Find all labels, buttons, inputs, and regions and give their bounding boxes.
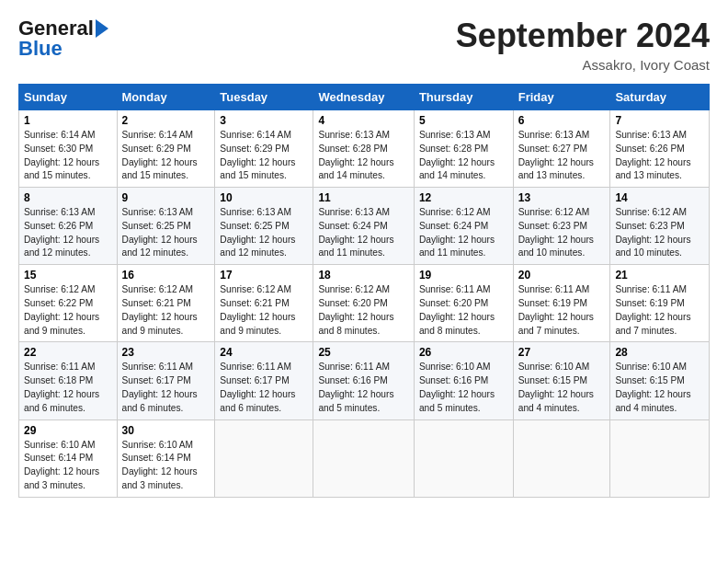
day-number: 18 xyxy=(318,269,408,282)
table-row: 15 Sunrise: 6:12 AMSunset: 6:22 PMDaylig… xyxy=(19,265,118,342)
day-detail: Sunrise: 6:10 AMSunset: 6:14 PMDaylight:… xyxy=(24,440,99,490)
table-row: 5 Sunrise: 6:13 AMSunset: 6:28 PMDayligh… xyxy=(414,110,513,188)
day-number: 17 xyxy=(220,269,308,282)
table-row: 28 Sunrise: 6:10 AMSunset: 6:15 PMDaylig… xyxy=(610,342,710,419)
day-detail: Sunrise: 6:13 AMSunset: 6:28 PMDaylight:… xyxy=(318,130,393,180)
calendar-table: Sunday Monday Tuesday Wednesday Thursday… xyxy=(18,84,710,498)
day-number: 26 xyxy=(419,346,508,359)
day-number: 16 xyxy=(122,269,210,282)
day-detail: Sunrise: 6:10 AMSunset: 6:15 PMDaylight:… xyxy=(518,362,594,412)
day-number: 9 xyxy=(122,191,210,204)
day-detail: Sunrise: 6:13 AMSunset: 6:26 PMDaylight:… xyxy=(24,207,99,258)
table-row: 10 Sunrise: 6:13 AMSunset: 6:25 PMDaylig… xyxy=(215,188,313,265)
day-number: 3 xyxy=(220,114,308,127)
calendar-week-row: 8 Sunrise: 6:13 AMSunset: 6:26 PMDayligh… xyxy=(19,188,710,265)
table-row xyxy=(610,419,710,497)
table-row: 26 Sunrise: 6:10 AMSunset: 6:16 PMDaylig… xyxy=(414,342,513,419)
day-detail: Sunrise: 6:12 AMSunset: 6:23 PMDaylight:… xyxy=(518,207,594,258)
table-row: 30 Sunrise: 6:10 AMSunset: 6:14 PMDaylig… xyxy=(117,419,215,497)
calendar-week-row: 15 Sunrise: 6:12 AMSunset: 6:22 PMDaylig… xyxy=(19,265,710,342)
table-row: 17 Sunrise: 6:12 AMSunset: 6:21 PMDaylig… xyxy=(215,265,313,342)
day-number: 28 xyxy=(615,346,704,359)
table-row: 21 Sunrise: 6:11 AMSunset: 6:19 PMDaylig… xyxy=(610,265,710,342)
logo-arrow-icon xyxy=(96,19,108,38)
day-detail: Sunrise: 6:14 AMSunset: 6:29 PMDaylight:… xyxy=(220,130,295,180)
day-detail: Sunrise: 6:13 AMSunset: 6:26 PMDaylight:… xyxy=(615,130,690,180)
table-row: 8 Sunrise: 6:13 AMSunset: 6:26 PMDayligh… xyxy=(19,188,118,265)
table-row: 12 Sunrise: 6:12 AMSunset: 6:24 PMDaylig… xyxy=(414,188,513,265)
location-subtitle: Assakro, Ivory Coast xyxy=(456,57,710,73)
day-number: 20 xyxy=(518,269,606,282)
col-friday: Friday xyxy=(513,85,610,110)
col-monday: Monday xyxy=(117,85,215,110)
day-number: 7 xyxy=(615,114,704,127)
day-number: 27 xyxy=(518,346,606,359)
day-detail: Sunrise: 6:11 AMSunset: 6:17 PMDaylight:… xyxy=(220,362,295,412)
day-number: 1 xyxy=(24,114,112,127)
day-detail: Sunrise: 6:10 AMSunset: 6:15 PMDaylight:… xyxy=(615,362,690,412)
calendar-week-row: 1 Sunrise: 6:14 AMSunset: 6:30 PMDayligh… xyxy=(19,110,710,188)
header: General Blue September 2024 Assakro, Ivo… xyxy=(18,17,710,73)
table-row xyxy=(313,419,414,497)
table-row: 22 Sunrise: 6:11 AMSunset: 6:18 PMDaylig… xyxy=(19,342,118,419)
day-number: 29 xyxy=(24,424,112,437)
col-tuesday: Tuesday xyxy=(215,85,313,110)
table-row: 25 Sunrise: 6:11 AMSunset: 6:16 PMDaylig… xyxy=(313,342,414,419)
day-number: 6 xyxy=(518,114,606,127)
day-detail: Sunrise: 6:10 AMSunset: 6:14 PMDaylight:… xyxy=(122,440,198,490)
day-detail: Sunrise: 6:11 AMSunset: 6:20 PMDaylight:… xyxy=(419,284,495,335)
day-number: 24 xyxy=(220,346,308,359)
calendar-week-row: 22 Sunrise: 6:11 AMSunset: 6:18 PMDaylig… xyxy=(19,342,710,419)
table-row xyxy=(215,419,313,497)
day-number: 19 xyxy=(419,269,508,282)
table-row: 20 Sunrise: 6:11 AMSunset: 6:19 PMDaylig… xyxy=(513,265,610,342)
day-detail: Sunrise: 6:12 AMSunset: 6:23 PMDaylight:… xyxy=(615,207,690,258)
table-row xyxy=(513,419,610,497)
day-number: 2 xyxy=(122,114,210,127)
day-number: 4 xyxy=(318,114,408,127)
table-row: 16 Sunrise: 6:12 AMSunset: 6:21 PMDaylig… xyxy=(117,265,215,342)
day-number: 15 xyxy=(24,269,112,282)
day-detail: Sunrise: 6:13 AMSunset: 6:27 PMDaylight:… xyxy=(518,130,594,180)
day-detail: Sunrise: 6:13 AMSunset: 6:25 PMDaylight:… xyxy=(122,207,198,258)
logo-blue: Blue xyxy=(18,37,108,61)
day-detail: Sunrise: 6:11 AMSunset: 6:17 PMDaylight:… xyxy=(122,362,198,412)
day-detail: Sunrise: 6:12 AMSunset: 6:24 PMDaylight:… xyxy=(419,207,495,258)
col-wednesday: Wednesday xyxy=(313,85,414,110)
day-detail: Sunrise: 6:12 AMSunset: 6:22 PMDaylight:… xyxy=(24,284,99,335)
day-detail: Sunrise: 6:12 AMSunset: 6:21 PMDaylight:… xyxy=(220,284,295,335)
table-row: 3 Sunrise: 6:14 AMSunset: 6:29 PMDayligh… xyxy=(215,110,313,188)
day-detail: Sunrise: 6:11 AMSunset: 6:18 PMDaylight:… xyxy=(24,362,99,412)
col-saturday: Saturday xyxy=(610,85,710,110)
table-row: 4 Sunrise: 6:13 AMSunset: 6:28 PMDayligh… xyxy=(313,110,414,188)
day-number: 5 xyxy=(419,114,508,127)
calendar-week-row: 29 Sunrise: 6:10 AMSunset: 6:14 PMDaylig… xyxy=(19,419,710,497)
table-row: 7 Sunrise: 6:13 AMSunset: 6:26 PMDayligh… xyxy=(610,110,710,188)
table-row: 24 Sunrise: 6:11 AMSunset: 6:17 PMDaylig… xyxy=(215,342,313,419)
day-number: 10 xyxy=(220,191,308,204)
table-row xyxy=(414,419,513,497)
table-row: 1 Sunrise: 6:14 AMSunset: 6:30 PMDayligh… xyxy=(19,110,118,188)
table-row: 27 Sunrise: 6:10 AMSunset: 6:15 PMDaylig… xyxy=(513,342,610,419)
day-number: 30 xyxy=(122,424,210,437)
day-number: 22 xyxy=(24,346,112,359)
day-detail: Sunrise: 6:10 AMSunset: 6:16 PMDaylight:… xyxy=(419,362,495,412)
day-detail: Sunrise: 6:13 AMSunset: 6:28 PMDaylight:… xyxy=(419,130,495,180)
day-detail: Sunrise: 6:11 AMSunset: 6:16 PMDaylight:… xyxy=(318,362,393,412)
day-detail: Sunrise: 6:13 AMSunset: 6:24 PMDaylight:… xyxy=(318,207,393,258)
table-row: 2 Sunrise: 6:14 AMSunset: 6:29 PMDayligh… xyxy=(117,110,215,188)
day-detail: Sunrise: 6:11 AMSunset: 6:19 PMDaylight:… xyxy=(518,284,594,335)
day-detail: Sunrise: 6:14 AMSunset: 6:30 PMDaylight:… xyxy=(24,130,99,180)
day-detail: Sunrise: 6:12 AMSunset: 6:20 PMDaylight:… xyxy=(318,284,393,335)
col-sunday: Sunday xyxy=(19,85,118,110)
day-detail: Sunrise: 6:12 AMSunset: 6:21 PMDaylight:… xyxy=(122,284,198,335)
day-number: 11 xyxy=(318,191,408,204)
day-number: 25 xyxy=(318,346,408,359)
table-row: 14 Sunrise: 6:12 AMSunset: 6:23 PMDaylig… xyxy=(610,188,710,265)
day-detail: Sunrise: 6:14 AMSunset: 6:29 PMDaylight:… xyxy=(122,130,198,180)
table-row: 19 Sunrise: 6:11 AMSunset: 6:20 PMDaylig… xyxy=(414,265,513,342)
col-thursday: Thursday xyxy=(414,85,513,110)
day-detail: Sunrise: 6:11 AMSunset: 6:19 PMDaylight:… xyxy=(615,284,690,335)
calendar-header-row: Sunday Monday Tuesday Wednesday Thursday… xyxy=(19,85,710,110)
day-number: 23 xyxy=(122,346,210,359)
